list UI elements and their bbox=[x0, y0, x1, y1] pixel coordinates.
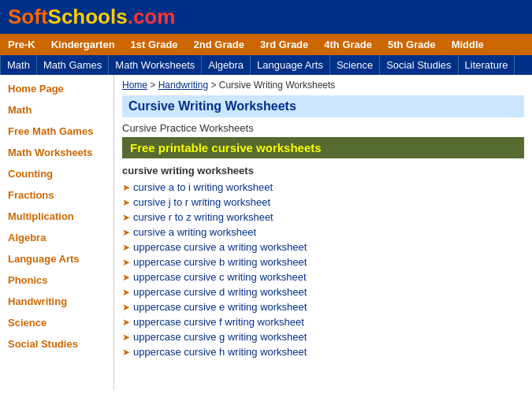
sidebar-item-fractions[interactable]: Fractions bbox=[0, 184, 113, 206]
arrow-icon: ➤ bbox=[122, 317, 130, 328]
practice-label: Cursive Practice Worksheets bbox=[122, 122, 524, 134]
sidebar-item-counting[interactable]: Counting bbox=[0, 163, 113, 184]
worksheet-links: ➤cursive a to i writing worksheet➤cursiv… bbox=[122, 180, 524, 359]
arrow-icon: ➤ bbox=[122, 347, 130, 358]
arrow-icon: ➤ bbox=[122, 272, 130, 283]
sidebar-item-multiplication[interactable]: Multiplication bbox=[0, 206, 113, 227]
header: SoftSchools.com bbox=[0, 0, 532, 34]
logo-schools: Schools bbox=[48, 5, 128, 28]
grade-nav-item-pre-k[interactable]: Pre-K bbox=[0, 34, 43, 55]
list-item: ➤uppercase cursive h writing worksheet bbox=[122, 344, 524, 359]
arrow-icon: ➤ bbox=[122, 197, 130, 208]
page-title: Cursive Writing Worksheets bbox=[122, 95, 524, 117]
sidebar-item-phonics[interactable]: Phonics bbox=[0, 269, 113, 291]
logo-com: .com bbox=[128, 5, 176, 28]
arrow-icon: ➤ bbox=[122, 182, 130, 193]
grade-nav-item-5th-grade[interactable]: 5th Grade bbox=[380, 34, 444, 55]
arrow-icon: ➤ bbox=[122, 257, 130, 268]
list-item: ➤uppercase cursive f writing worksheet bbox=[122, 314, 524, 329]
worksheet-section-title: cursive writing worksheets bbox=[122, 165, 524, 177]
grade-nav-item-2nd-grade[interactable]: 2nd Grade bbox=[186, 34, 252, 55]
subject-nav: MathMath GamesMath WorksheetsAlgebraLang… bbox=[0, 55, 532, 75]
layout: Home PageMathFree Math GamesMath Workshe… bbox=[0, 75, 532, 390]
arrow-icon: ➤ bbox=[122, 242, 130, 253]
arrow-icon: ➤ bbox=[122, 332, 130, 343]
worksheet-link[interactable]: uppercase cursive e writing worksheet bbox=[133, 301, 307, 313]
arrow-icon: ➤ bbox=[122, 212, 130, 223]
worksheet-link[interactable]: uppercase cursive d writing worksheet bbox=[133, 286, 307, 298]
breadcrumb-handwriting[interactable]: Handwriting bbox=[158, 80, 208, 91]
worksheet-link[interactable]: uppercase cursive f writing worksheet bbox=[133, 316, 304, 328]
worksheet-link[interactable]: cursive a writing worksheet bbox=[133, 226, 256, 238]
subject-nav-item-language-arts[interactable]: Language Arts bbox=[251, 55, 330, 75]
main-content: Home > Handwriting > Cursive Writing Wor… bbox=[114, 75, 532, 390]
worksheet-link[interactable]: cursive r to z writing worksheet bbox=[133, 211, 273, 223]
sidebar-item-handwriting[interactable]: Handwriting bbox=[0, 291, 113, 312]
worksheet-link[interactable]: uppercase cursive b writing worksheet bbox=[133, 256, 307, 268]
grade-nav-item-4th-grade[interactable]: 4th Grade bbox=[316, 34, 380, 55]
sidebar-item-home-page[interactable]: Home Page bbox=[0, 78, 113, 99]
sidebar-item-free-math-games[interactable]: Free Math Games bbox=[0, 121, 113, 142]
list-item: ➤uppercase cursive c writing worksheet bbox=[122, 269, 524, 284]
worksheet-link[interactable]: uppercase cursive g writing worksheet bbox=[133, 331, 307, 343]
sidebar: Home PageMathFree Math GamesMath Workshe… bbox=[0, 75, 114, 390]
sidebar-item-language-arts[interactable]: Language Arts bbox=[0, 248, 113, 269]
worksheet-section: cursive writing worksheets ➤cursive a to… bbox=[122, 165, 524, 359]
list-item: ➤uppercase cursive d writing worksheet bbox=[122, 284, 524, 299]
worksheet-link[interactable]: uppercase cursive h writing worksheet bbox=[133, 346, 307, 358]
arrow-icon: ➤ bbox=[122, 302, 130, 313]
sidebar-item-math[interactable]: Math bbox=[0, 99, 113, 121]
arrow-icon: ➤ bbox=[122, 287, 130, 298]
list-item: ➤uppercase cursive g writing worksheet bbox=[122, 329, 524, 344]
list-item: ➤cursive a writing worksheet bbox=[122, 225, 524, 240]
sidebar-item-algebra[interactable]: Algebra bbox=[0, 227, 113, 248]
subject-nav-item-algebra[interactable]: Algebra bbox=[202, 55, 251, 75]
breadcrumb: Home > Handwriting > Cursive Writing Wor… bbox=[122, 80, 524, 91]
list-item: ➤cursive j to r writing worksheet bbox=[122, 195, 524, 210]
worksheet-link[interactable]: uppercase cursive a writing worksheet bbox=[133, 241, 307, 253]
subject-nav-item-math-worksheets[interactable]: Math Worksheets bbox=[109, 55, 202, 75]
grade-nav-item-middle[interactable]: Middle bbox=[444, 34, 492, 55]
subject-nav-item-math[interactable]: Math bbox=[0, 55, 37, 75]
worksheet-link[interactable]: cursive a to i writing worksheet bbox=[133, 181, 273, 193]
breadcrumb-home[interactable]: Home bbox=[122, 80, 147, 91]
grade-nav-item-1st-grade[interactable]: 1st Grade bbox=[123, 34, 186, 55]
logo: SoftSchools.com bbox=[8, 5, 524, 29]
list-item: ➤uppercase cursive b writing worksheet bbox=[122, 255, 524, 269]
list-item: ➤cursive a to i writing worksheet bbox=[122, 180, 524, 195]
list-item: ➤cursive r to z writing worksheet bbox=[122, 210, 524, 225]
logo-soft: Soft bbox=[8, 5, 48, 28]
grade-nav-item-kindergarten[interactable]: Kindergarten bbox=[43, 34, 123, 55]
grade-nav: Pre-KKindergarten1st Grade2nd Grade3rd G… bbox=[0, 34, 532, 55]
subject-nav-item-social-studies[interactable]: Social Studies bbox=[380, 55, 458, 75]
subject-nav-item-math-games[interactable]: Math Games bbox=[37, 55, 109, 75]
subject-nav-item-science[interactable]: Science bbox=[330, 55, 380, 75]
sidebar-item-math-worksheets[interactable]: Math Worksheets bbox=[0, 142, 113, 163]
list-item: ➤uppercase cursive a writing worksheet bbox=[122, 240, 524, 255]
sidebar-item-social-studies[interactable]: Social Studies bbox=[0, 333, 113, 355]
subject-nav-item-literature[interactable]: Literature bbox=[459, 55, 515, 75]
breadcrumb-current: Cursive Writing Worksheets bbox=[219, 80, 336, 91]
green-banner: Free printable cursive worksheets bbox=[122, 137, 524, 158]
list-item: ➤uppercase cursive e writing worksheet bbox=[122, 299, 524, 314]
worksheet-link[interactable]: cursive j to r writing worksheet bbox=[133, 196, 270, 208]
worksheet-link[interactable]: uppercase cursive c writing worksheet bbox=[133, 271, 307, 283]
arrow-icon: ➤ bbox=[122, 227, 130, 238]
sidebar-item-science[interactable]: Science bbox=[0, 312, 113, 333]
grade-nav-item-3rd-grade[interactable]: 3rd Grade bbox=[252, 34, 316, 55]
